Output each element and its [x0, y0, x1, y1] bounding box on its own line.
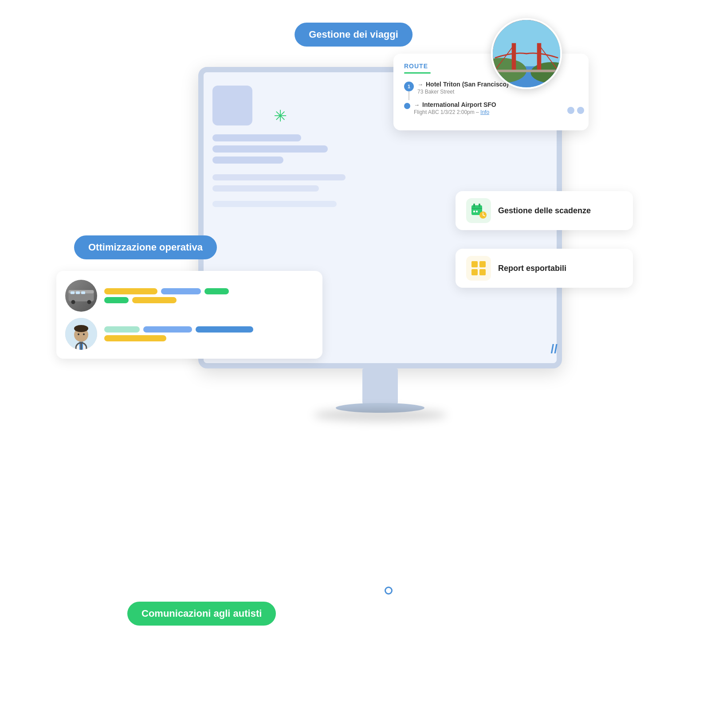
- bus-driver-bars: [104, 288, 314, 303]
- bar-darkblue-1: [196, 326, 253, 333]
- monitor-stand: [362, 368, 398, 404]
- svg-rect-16: [476, 211, 478, 212]
- svg-point-35: [74, 325, 88, 332]
- person-bar-row-2: [104, 335, 314, 341]
- route-connector: [408, 91, 409, 100]
- screen-bar4: [212, 174, 346, 180]
- bus-avatar: [65, 280, 97, 312]
- bar-yellow-2: [132, 297, 177, 303]
- svg-rect-20: [471, 261, 478, 267]
- route-stop-number: 1: [404, 82, 414, 91]
- svg-point-37: [83, 333, 85, 335]
- svg-rect-21: [479, 261, 486, 267]
- route-stop1-name: Hotel Triton (San Francisco): [426, 81, 509, 88]
- svg-rect-28: [81, 291, 85, 294]
- route-info-link[interactable]: Info: [480, 109, 489, 115]
- chevron-decoration: //: [550, 342, 558, 356]
- pill-ottimizzazione: Ottimizzazione operativa: [74, 235, 217, 259]
- screen-placeholder-square: [212, 86, 252, 125]
- bus-svg: [68, 287, 94, 305]
- person-row: [65, 318, 314, 350]
- driver-avatar: [65, 318, 97, 350]
- screen-bar2: [212, 145, 328, 153]
- report-grid-svg: [471, 260, 487, 276]
- driver-card: [56, 271, 322, 359]
- svg-rect-23: [479, 269, 486, 275]
- bus-row: [65, 280, 314, 312]
- scadenze-icon: [466, 198, 491, 223]
- svg-rect-27: [76, 291, 80, 294]
- driver-person-svg: [65, 318, 97, 350]
- golden-gate-image: [491, 18, 562, 89]
- report-icon: [466, 256, 491, 281]
- screen-bar3: [212, 157, 283, 164]
- route-arrow-2: →: [414, 102, 420, 108]
- bar-green-1: [204, 288, 229, 294]
- person-bar-row-1: [104, 326, 314, 333]
- calendar-clock-svg: [471, 203, 487, 219]
- route-stop2-detail: Flight ABC 1/3/22 2:00pm – Info: [414, 109, 496, 115]
- route-arrow-1: →: [417, 81, 423, 88]
- svg-point-29: [71, 300, 75, 304]
- route-dot: [404, 103, 410, 109]
- bar-blue-2: [143, 326, 192, 333]
- bus-bar-row-1: [104, 288, 314, 294]
- svg-point-30: [87, 300, 91, 304]
- svg-rect-15: [473, 211, 475, 212]
- blue-dot-2: [577, 107, 584, 114]
- svg-rect-22: [471, 269, 478, 275]
- report-label: Report esportabili: [498, 264, 566, 273]
- asterisk-decoration: ✳: [274, 107, 287, 125]
- svg-rect-12: [473, 204, 475, 207]
- golden-gate-svg: [493, 20, 560, 87]
- report-card: Report esportabili: [456, 249, 633, 288]
- svg-rect-14: [471, 208, 482, 209]
- route-stop2-name: International Airport SFO: [422, 101, 496, 108]
- bar-yellow-1: [104, 288, 157, 294]
- svg-point-36: [78, 333, 79, 335]
- svg-rect-10: [493, 70, 560, 72]
- route-stop-1: 1 → Hotel Triton (San Francisco) 73 Bake…: [404, 81, 578, 95]
- person-driver-bars: [104, 326, 314, 341]
- monitor-shadow: [314, 408, 447, 422]
- bar-green-2: [104, 297, 129, 303]
- main-scene: Gestione dei viaggi ✳: [110, 31, 597, 697]
- route-card: ROUTE 1 → Hotel Triton (San Francisco) 7…: [393, 54, 589, 130]
- scadenze-label: Gestione delle scadenze: [498, 206, 591, 215]
- svg-rect-13: [479, 204, 480, 207]
- screen-bar6: [212, 201, 337, 207]
- route-divider: [404, 72, 431, 74]
- pill-gestione-viaggi: Gestione dei viaggi: [295, 23, 412, 47]
- monitor: ROUTE 1 → Hotel Triton (San Francisco) 7…: [198, 67, 562, 413]
- screen-bar5: [212, 185, 319, 192]
- svg-rect-26: [71, 291, 75, 294]
- pill-comunicazioni: Comunicazioni agli autisti: [127, 602, 276, 626]
- ring-decoration: [385, 587, 393, 595]
- screen-bar1: [212, 134, 301, 141]
- bar-teal-1: [104, 326, 140, 333]
- route-stop1-address: 73 Baker Street: [417, 89, 509, 95]
- bar-blue-1: [161, 288, 201, 294]
- scadenze-card: Gestione delle scadenze: [456, 191, 633, 230]
- bar-yellow-3: [104, 335, 166, 341]
- route-stop-2: → International Airport SFO Flight ABC 1…: [404, 101, 578, 115]
- bus-bar-row-2: [104, 297, 314, 303]
